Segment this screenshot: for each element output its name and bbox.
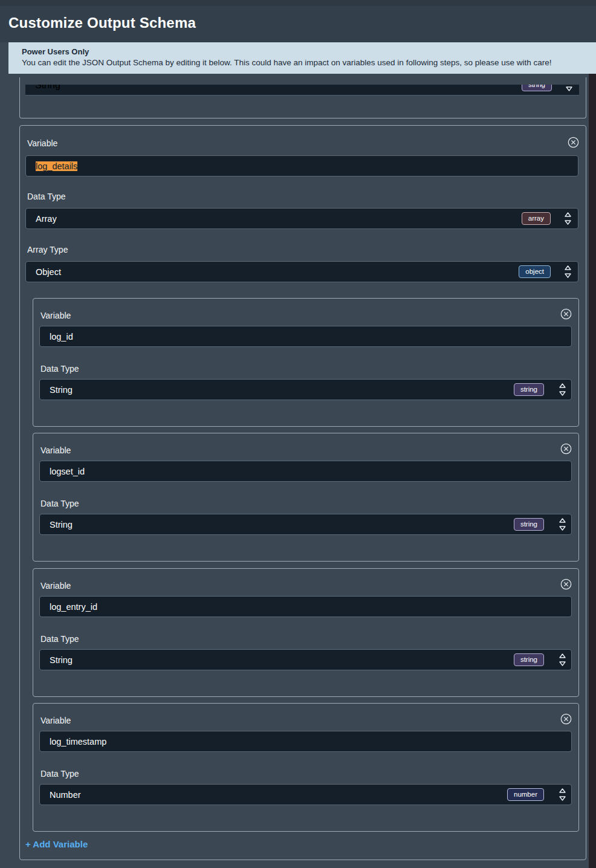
remove-variable-button[interactable]: [560, 308, 572, 320]
variable-label: Variable: [40, 581, 71, 591]
variable-name-input[interactable]: logset_id: [39, 461, 572, 482]
banner-title: Power Users Only: [22, 47, 583, 56]
variable-card-nested: Variable log_id Data Type String string: [33, 298, 579, 427]
type-badge: string: [514, 518, 544, 531]
variable-name-input[interactable]: log_id: [39, 326, 572, 347]
data-type-value: Number: [40, 790, 81, 800]
array-type-select[interactable]: Object object: [25, 261, 578, 282]
close-circle-icon: [568, 137, 579, 148]
data-type-label: Data Type: [40, 769, 79, 779]
power-users-banner: Power Users Only You can edit the JSON O…: [8, 42, 596, 74]
type-badge: object: [519, 265, 551, 278]
remove-variable-button[interactable]: [560, 578, 572, 590]
close-circle-icon: [560, 578, 572, 590]
variable-card-root: Variable log_details Data Type Array arr…: [19, 125, 586, 860]
data-type-select-row: String string: [25, 85, 579, 96]
variable-card-clipped: String string: [19, 77, 586, 118]
text-selection: log_details: [36, 161, 77, 171]
data-type-select[interactable]: String string: [39, 379, 572, 400]
remove-variable-button[interactable]: [560, 713, 572, 725]
select-spinner-icon: [564, 212, 572, 225]
data-type-select[interactable]: String string: [39, 649, 572, 670]
variable-label: Variable: [40, 311, 71, 320]
type-badge: array: [522, 212, 551, 225]
select-spinner-icon: [559, 788, 566, 802]
close-circle-icon: [560, 308, 572, 320]
page-title: Customize Output Schema: [8, 15, 196, 31]
remove-variable-button[interactable]: [568, 137, 579, 148]
data-type-label: Data Type: [27, 192, 66, 201]
variable-name-input[interactable]: log_timestamp: [39, 731, 572, 752]
variable-card-nested: Variable log_entry_id Data Type String s…: [33, 568, 579, 697]
select-spinner-icon: [564, 265, 572, 279]
select-spinner-icon: [559, 517, 566, 531]
data-type-value: String: [40, 655, 73, 665]
variable-card-nested: Variable log_timestamp Data Type Number …: [33, 703, 579, 832]
banner-message: You can edit the JSON Output Schema by e…: [22, 58, 583, 67]
data-type-select[interactable]: String string: [25, 85, 579, 96]
data-type-value: String: [40, 520, 73, 530]
remove-variable-button[interactable]: [560, 443, 572, 455]
array-type-label: Array Type: [27, 245, 68, 254]
data-type-label: Data Type: [40, 364, 79, 374]
close-circle-icon: [560, 443, 572, 455]
variable-card-nested: Variable logset_id Data Type String stri…: [33, 433, 579, 562]
data-type-value: Array: [26, 214, 57, 224]
select-spinner-icon: [559, 383, 566, 397]
type-badge: string: [514, 383, 544, 396]
type-badge: number: [507, 788, 544, 801]
close-circle-icon: [560, 713, 572, 725]
scrollbar-track[interactable]: [589, 74, 596, 868]
data-type-select[interactable]: String string: [39, 514, 572, 535]
type-badge: string: [522, 85, 552, 91]
data-type-value: String: [40, 385, 73, 395]
variable-label: Variable: [27, 138, 57, 148]
variable-name-input[interactable]: log_entry_id: [39, 596, 572, 617]
data-type-select[interactable]: Number number: [39, 784, 572, 805]
data-type-value: String: [25, 85, 60, 91]
select-spinner-icon: [559, 653, 566, 667]
customize-output-schema-page: Customize Output Schema Power Users Only…: [0, 0, 596, 868]
array-type-value: Object: [26, 267, 61, 277]
variable-label: Variable: [40, 445, 71, 455]
variable-name-input[interactable]: log_details: [25, 155, 578, 177]
type-badge: string: [514, 653, 544, 666]
data-type-select[interactable]: Array array: [25, 208, 578, 229]
data-type-label: Data Type: [40, 499, 79, 508]
variable-label: Variable: [40, 716, 71, 725]
data-type-label: Data Type: [40, 634, 79, 644]
select-spinner-icon: [565, 85, 573, 92]
add-variable-link[interactable]: + Add Variable: [25, 839, 88, 849]
